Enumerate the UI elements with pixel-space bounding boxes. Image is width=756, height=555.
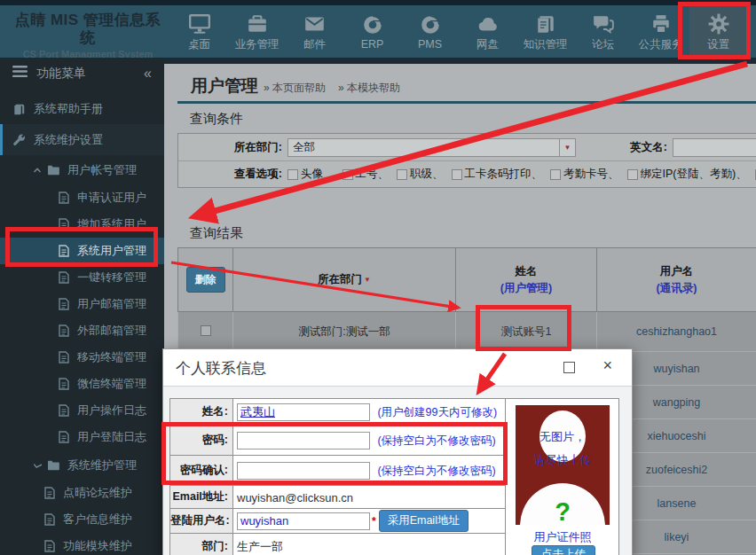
- sidebar-menu: 系统帮助手册 系统维护设置 用户帐号管理 申请认证用户 增加系统用户 系统用户管…: [0, 89, 164, 555]
- page-title: 用户管理: [191, 74, 258, 98]
- file-icon: [59, 431, 69, 443]
- use-email-button[interactable]: 采用Email地址: [379, 510, 469, 532]
- login-name-value: wuyishan: [240, 514, 288, 528]
- sidebar-item-用户帐号管理[interactable]: 用户帐号管理: [0, 155, 164, 184]
- login-name-input[interactable]: wuyishan: [237, 512, 370, 530]
- password-hint: (保持空白为不修改密码): [377, 434, 495, 447]
- nav-item-网盘[interactable]: 网盘: [459, 5, 516, 58]
- nav-item-邮件[interactable]: 邮件: [286, 5, 343, 58]
- password-field-label: 密码:: [170, 426, 233, 456]
- delete-column-header: 删除: [178, 248, 233, 312]
- sidebar-item-客户信息维护[interactable]: 客户信息维护: [0, 506, 164, 533]
- dept-field-label: 部门:: [170, 534, 233, 555]
- no-image-text-2: 请尽快上传: [516, 452, 610, 468]
- nav-item-知识管理[interactable]: 知识管理: [516, 5, 574, 58]
- briefcase-icon: [247, 12, 268, 35]
- nav-item-设置[interactable]: 设置: [689, 5, 747, 58]
- hamburger-icon: [12, 65, 28, 82]
- sidebar-menu-header[interactable]: 功能菜单 «: [0, 58, 164, 89]
- nav-item-公共服务[interactable]: 公共服务: [632, 5, 689, 58]
- sidebar-item-微信终端管理[interactable]: 微信终端管理: [0, 371, 164, 397]
- password-input[interactable]: [237, 432, 370, 449]
- app-logo: 点睛 MIS 管理信息系统 CS Port Managment System: [7, 12, 169, 59]
- nav-item-ERP[interactable]: ERP: [343, 5, 401, 58]
- sidebar-item-功能模块维护[interactable]: 功能模块维护: [0, 533, 164, 555]
- chevron-down-icon[interactable]: ▼: [559, 139, 575, 156]
- module-help-link[interactable]: » 本模块帮助: [338, 81, 400, 96]
- file-icon: [59, 404, 69, 417]
- mail-icon: [303, 12, 326, 35]
- chat-icon: [592, 12, 615, 35]
- file-icon: [44, 513, 55, 526]
- sidebar-item-用户邮箱管理[interactable]: 用户邮箱管理: [0, 291, 164, 317]
- page-help-link[interactable]: » 本页面帮助: [264, 81, 326, 96]
- name-input[interactable]: 武夷山: [237, 403, 370, 421]
- name-cell[interactable]: 测试账号1: [456, 312, 597, 352]
- close-icon[interactable]: ×: [602, 356, 612, 375]
- nav-item-业务管理[interactable]: 业务管理: [228, 5, 286, 58]
- question-mark-icon: ?: [516, 498, 610, 525]
- checkbox-icon[interactable]: [397, 169, 407, 180]
- nav-item-论坛[interactable]: 论坛: [574, 5, 632, 58]
- file-icon: [59, 192, 69, 204]
- view-option[interactable]: 绑定IP(登陆、考勤)、: [627, 167, 747, 182]
- collapse-sidebar-icon[interactable]: «: [144, 66, 152, 82]
- view-option[interactable]: 工卡条码打印、: [452, 167, 543, 182]
- checkbox-icon[interactable]: [287, 169, 298, 180]
- sidebar-item-外部邮箱管理[interactable]: 外部邮箱管理: [0, 317, 164, 344]
- header-bottom-shadow: [164, 58, 756, 64]
- required-asterisk: *: [372, 515, 376, 528]
- file-icon: [59, 271, 69, 284]
- password-confirm-input[interactable]: [237, 462, 370, 480]
- checkbox-icon[interactable]: [550, 169, 561, 180]
- dept-select[interactable]: 全部 ▼: [287, 138, 576, 157]
- view-option[interactable]: 工号、: [343, 167, 390, 182]
- nav-item-PMS[interactable]: PMS: [401, 5, 459, 58]
- upload-photo-button[interactable]: 点击上传: [532, 545, 595, 555]
- sidebar-item-点晴论坛维护[interactable]: 点晴论坛维护: [0, 480, 164, 506]
- view-option[interactable]: 头像、: [287, 167, 335, 182]
- user-manage-link[interactable]: (用户管理): [456, 281, 596, 296]
- checkbox-icon[interactable]: [452, 169, 462, 180]
- login-name-field-label: 登陆用户名:: [170, 509, 233, 534]
- view-option[interactable]: 考勤卡号、: [550, 167, 619, 182]
- sidebar-item-用户操作日志[interactable]: 用户操作日志: [0, 397, 164, 424]
- photo-cell: 无图片， 请尽快上传 ? 用户证件照 点击上传: [505, 398, 619, 555]
- checkbox-icon[interactable]: [627, 169, 638, 180]
- chrome-icon: [420, 12, 441, 35]
- english-name-input[interactable]: [673, 138, 756, 157]
- table-row: 测试部门:测试一部 测试账号1 ceshizhanghao1: [178, 312, 756, 352]
- row-checkbox[interactable]: [201, 325, 211, 336]
- sidebar-item-移动终端管理[interactable]: 移动终端管理: [0, 344, 164, 371]
- photo-caption: 用户证件照: [516, 529, 610, 545]
- maximize-icon[interactable]: [563, 362, 575, 373]
- checkbox-icon[interactable]: [343, 169, 353, 180]
- sidebar-item-一键转移管理[interactable]: 一键转移管理: [0, 264, 164, 291]
- username-cell[interactable]: ceshizhanghao1: [597, 312, 756, 352]
- contacts-link[interactable]: (通讯录): [597, 281, 756, 296]
- cloud-icon: [476, 12, 500, 35]
- view-option[interactable]: 职级、: [397, 167, 444, 182]
- sidebar-item-申请认证用户[interactable]: 申请认证用户: [0, 184, 164, 211]
- sidebar-item-系统维护管理[interactable]: 系统维护管理: [0, 450, 164, 480]
- sidebar-item-系统维护设置[interactable]: 系统维护设置: [0, 124, 164, 155]
- chevron-up-icon: [33, 166, 42, 175]
- dept-column-header[interactable]: 所在部门▼: [233, 248, 456, 312]
- contact-form: 姓名: 武夷山 (用户创建99天内可修改) 密码: (保持空白为不修改密码) 密…: [169, 398, 516, 555]
- nav-item-桌面[interactable]: 桌面: [170, 5, 228, 58]
- printer-icon: [650, 12, 672, 35]
- username-column-header: 用户名 (通讯录): [597, 248, 756, 312]
- name-hint: (用户创建99天内可修改): [377, 406, 497, 418]
- personal-contact-dialog: 个人联系信息 × 姓名: 武夷山 (用户创建99天内可修改) 密码: (保持空白…: [162, 348, 633, 555]
- dialog-titlebar: 个人联系信息 ×: [163, 349, 632, 387]
- dept-column-label: 所在部门: [318, 273, 362, 285]
- view-options-list: 头像、 工号、 职级、 工卡条码打印、 考勤卡号、 绑定IP(登陆、考勤)、 文…: [287, 167, 756, 182]
- delete-button[interactable]: 删除: [186, 267, 225, 293]
- password-confirm-hint: (保持空白为不修改密码): [377, 465, 495, 477]
- sidebar-item-系统用户管理[interactable]: 系统用户管理: [0, 238, 164, 264]
- sidebar-item-增加系统用户[interactable]: 增加系统用户: [0, 211, 164, 238]
- chrome-icon: [362, 12, 383, 35]
- sidebar-item-用户登陆日志[interactable]: 用户登陆日志: [0, 424, 164, 450]
- sidebar-item-系统帮助手册[interactable]: 系统帮助手册: [0, 93, 164, 124]
- help-links: » 本页面帮助 » 本模块帮助: [264, 81, 400, 96]
